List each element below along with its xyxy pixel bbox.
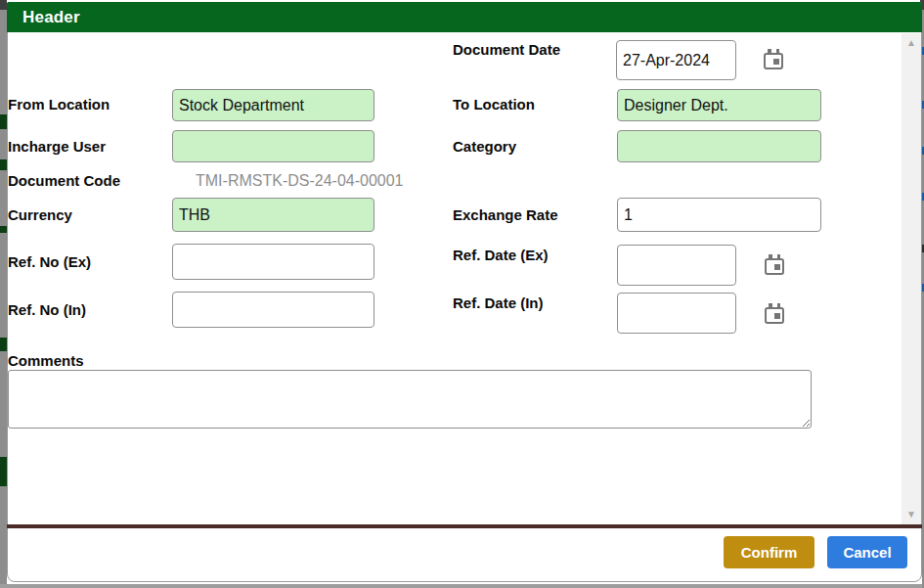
ref-no-ex-input[interactable]	[172, 244, 374, 280]
calendar-icon-detail	[774, 264, 780, 270]
background-page-left-strip	[0, 0, 7, 588]
ref-date-ex-calendar-icon[interactable]	[764, 254, 785, 276]
ref-date-in-calendar-icon[interactable]	[764, 303, 785, 325]
currency-input[interactable]	[172, 198, 374, 232]
background-row-fragment	[0, 226, 7, 233]
ref-date-in-label: Ref. Date (In)	[453, 294, 544, 311]
header-dialog-screen: Header Document Date From Location To Lo…	[0, 0, 924, 588]
exchange-rate-input[interactable]	[617, 198, 821, 232]
comments-textarea[interactable]	[8, 370, 812, 429]
to-location-input[interactable]	[617, 89, 821, 121]
background-row-fragment	[0, 114, 7, 129]
comments-label: Comments	[8, 352, 84, 369]
calendar-icon-detail	[773, 59, 779, 65]
background-row-fragment	[0, 159, 7, 170]
dialog-title-bar: Header	[7, 2, 922, 32]
document-date-calendar-icon[interactable]	[763, 49, 784, 70]
category-label: Category	[453, 138, 516, 155]
footer-divider	[7, 524, 922, 528]
from-location-input[interactable]	[172, 89, 374, 121]
background-row-fragment	[0, 457, 7, 486]
exchange-rate-label: Exchange Rate	[453, 206, 558, 223]
scroll-up-icon[interactable]: ▲	[906, 38, 916, 48]
document-date-label: Document Date	[453, 41, 560, 58]
ref-date-ex-input[interactable]	[617, 245, 736, 286]
document-date-input[interactable]	[616, 40, 736, 80]
scroll-down-icon[interactable]: ▼	[906, 510, 916, 520]
document-code-label: Document Code	[8, 172, 120, 189]
background-page-bottom-strip	[0, 584, 924, 588]
incharge-user-label: Incharge User	[8, 138, 106, 155]
incharge-user-input[interactable]	[172, 130, 374, 162]
calendar-icon-detail	[774, 313, 780, 319]
ref-date-in-input[interactable]	[617, 293, 736, 334]
ref-no-in-input[interactable]	[172, 292, 374, 328]
ref-no-ex-label: Ref. No (Ex)	[8, 253, 91, 270]
to-location-label: To Location	[453, 96, 535, 113]
cancel-button[interactable]: Cancel	[827, 536, 907, 568]
document-code-value: TMI-RMSTK-DS-24-04-00001	[196, 172, 404, 190]
category-input[interactable]	[617, 130, 821, 162]
currency-label: Currency	[8, 206, 72, 223]
background-corner	[0, 0, 7, 10]
ref-no-in-label: Ref. No (In)	[8, 301, 86, 318]
from-location-label: From Location	[8, 96, 110, 113]
ref-date-ex-label: Ref. Date (Ex)	[453, 247, 549, 263]
dialog-title: Header	[22, 8, 80, 27]
dialog-scrollbar[interactable]: ▲ ▼	[902, 33, 921, 524]
confirm-button[interactable]: Confirm	[724, 536, 814, 568]
background-row-fragment	[0, 338, 7, 351]
